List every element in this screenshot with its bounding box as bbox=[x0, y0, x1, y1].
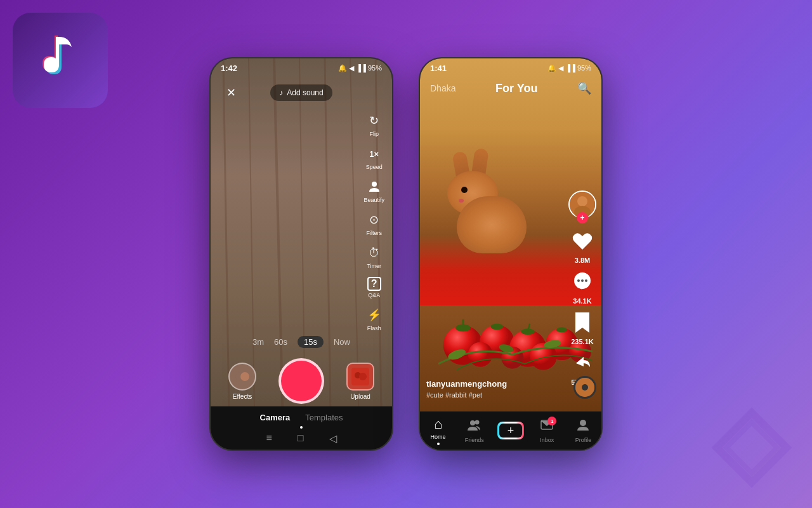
speed-label: Speed bbox=[366, 164, 383, 170]
music-note-icon: ♪ bbox=[279, 88, 283, 97]
menu-icon[interactable]: ≡ bbox=[266, 432, 272, 444]
home-label: Home bbox=[431, 434, 446, 440]
duration-now[interactable]: Now bbox=[334, 337, 350, 347]
flip-label: Flip bbox=[369, 131, 379, 137]
flip-icon: ↻ bbox=[365, 112, 383, 130]
phones-container: 1:42 🔔 ◀ ▐▐ 95% ✕ ♪ Add sound ↻ Flip 1× … bbox=[209, 57, 603, 451]
nav-friends[interactable]: Friends bbox=[456, 418, 492, 443]
camera-actions: Effects Upload bbox=[211, 358, 392, 404]
svg-point-41 bbox=[582, 384, 588, 391]
back-nav-icon[interactable]: ◁ bbox=[329, 432, 337, 444]
beautify-label: Beautify bbox=[363, 197, 384, 203]
feed-actions: + 3.8M bbox=[568, 190, 596, 386]
svg-point-9 bbox=[372, 182, 377, 187]
duration-3m[interactable]: 3m bbox=[252, 337, 264, 347]
timer-control[interactable]: ⏱ Timer bbox=[365, 241, 383, 272]
svg-point-14 bbox=[359, 373, 367, 380]
feed-status-icons: 🔔 ◀ ▐▐ 95% bbox=[547, 64, 591, 72]
comment-count: 34.1K bbox=[573, 297, 591, 305]
duration-60s[interactable]: 60s bbox=[274, 337, 287, 347]
svg-point-24 bbox=[556, 328, 567, 333]
inbox-badge-container: 1 bbox=[540, 418, 554, 436]
inbox-badge: 1 bbox=[547, 417, 556, 425]
feed-phone: 1:41 🔔 ◀ ▐▐ 95% Dhaka For You 🔍 + bbox=[419, 57, 603, 451]
camera-status-bar: 1:42 🔔 ◀ ▐▐ 95% bbox=[211, 58, 392, 76]
duration-selector: 3m 60s 15s Now bbox=[211, 336, 392, 348]
camera-top-bar: ✕ ♪ Add sound bbox=[211, 77, 392, 108]
beautify-control[interactable]: Beautify bbox=[363, 175, 384, 206]
music-avatar bbox=[573, 376, 596, 399]
record-button[interactable] bbox=[278, 358, 324, 404]
qa-control[interactable]: ? Q&A bbox=[367, 274, 381, 301]
nav-create[interactable]: + bbox=[492, 422, 528, 439]
camera-modes: Camera Templates bbox=[260, 413, 343, 422]
bunny-nose bbox=[459, 199, 464, 203]
upload-label: Upload bbox=[350, 393, 370, 400]
plus-icon: + bbox=[508, 424, 514, 438]
speed-icon: 1× bbox=[365, 145, 383, 163]
svg-point-37 bbox=[577, 279, 580, 282]
filters-icon: ⊙ bbox=[365, 211, 383, 229]
friends-label: Friends bbox=[465, 437, 484, 443]
bookmark-icon bbox=[568, 309, 596, 337]
nav-profile[interactable]: Profile bbox=[565, 418, 601, 443]
bunny-eye bbox=[461, 187, 468, 193]
svg-point-38 bbox=[581, 279, 584, 282]
feed-time: 1:41 bbox=[430, 64, 447, 73]
camera-phone: 1:42 🔔 ◀ ▐▐ 95% ✕ ♪ Add sound ↻ Flip 1× … bbox=[209, 57, 393, 451]
svg-point-43 bbox=[475, 420, 479, 425]
templates-mode[interactable]: Templates bbox=[305, 413, 343, 422]
filters-control[interactable]: ⊙ Filters bbox=[365, 208, 383, 239]
filters-label: Filters bbox=[366, 230, 382, 236]
search-icon[interactable]: 🔍 bbox=[577, 81, 591, 95]
share-icon bbox=[568, 349, 596, 377]
camera-mode[interactable]: Camera bbox=[260, 413, 291, 422]
feed-nav-foryou[interactable]: For You bbox=[495, 82, 537, 95]
timer-label: Timer bbox=[367, 263, 381, 269]
svg-point-33 bbox=[577, 196, 587, 206]
speed-control[interactable]: 1× Speed bbox=[365, 142, 383, 173]
upload-button[interactable]: Upload bbox=[346, 363, 374, 400]
create-button[interactable]: + bbox=[497, 422, 524, 439]
feed-top-bar: Dhaka For You 🔍 bbox=[420, 76, 601, 100]
svg-point-45 bbox=[580, 420, 586, 426]
diamond-watermark bbox=[710, 406, 793, 489]
upload-thumbnail bbox=[346, 363, 374, 391]
feed-status-bar: 1:41 🔔 ◀ ▐▐ 95% bbox=[420, 58, 601, 76]
duration-15s[interactable]: 15s bbox=[298, 336, 324, 348]
nav-home[interactable]: ⌂ Home bbox=[420, 416, 456, 445]
close-button[interactable]: ✕ bbox=[221, 83, 241, 103]
effects-label: Effects bbox=[233, 393, 252, 400]
follow-button[interactable]: + bbox=[577, 212, 588, 224]
profile-icon bbox=[576, 418, 590, 436]
beautify-icon bbox=[365, 178, 383, 196]
effects-button[interactable]: Effects bbox=[228, 363, 256, 400]
qa-label: Q&A bbox=[368, 292, 380, 298]
android-nav-camera: ≡ □ ◁ bbox=[266, 429, 336, 446]
svg-point-11 bbox=[240, 372, 249, 381]
add-sound-label: Add sound bbox=[287, 88, 323, 97]
home-icon: ⌂ bbox=[434, 416, 442, 432]
nav-inbox[interactable]: 1 Inbox bbox=[529, 418, 565, 443]
bookmark-action[interactable]: 235.1K bbox=[568, 309, 596, 345]
feed-nav-dhaka[interactable]: Dhaka bbox=[430, 83, 455, 93]
svg-point-42 bbox=[470, 420, 475, 425]
flip-control[interactable]: ↻ Flip bbox=[365, 109, 383, 140]
profile-label: Profile bbox=[575, 437, 592, 443]
flash-control[interactable]: ⚡ Flash bbox=[365, 304, 383, 334]
comment-action[interactable]: 34.1K bbox=[568, 268, 596, 305]
effects-thumbnail bbox=[228, 363, 256, 391]
like-action[interactable]: 3.8M bbox=[568, 227, 596, 264]
feed-android-nav-overlay bbox=[420, 446, 601, 450]
comment-icon bbox=[568, 268, 596, 296]
svg-point-19 bbox=[490, 324, 502, 330]
home-nav-icon[interactable]: □ bbox=[298, 432, 304, 444]
feed-hashtags[interactable]: #cute #rabbit #pet bbox=[426, 391, 507, 399]
camera-bottom: 3m 60s 15s Now Effects bbox=[211, 336, 392, 411]
feed-bottom-info: tianyuanmengchong #cute #rabbit #pet bbox=[426, 379, 507, 399]
add-sound-button[interactable]: ♪ Add sound bbox=[270, 84, 332, 101]
like-count: 3.8M bbox=[575, 257, 590, 264]
camera-status-icons: 🔔 ◀ ▐▐ 95% bbox=[338, 64, 382, 72]
feed-username[interactable]: tianyuanmengchong bbox=[426, 379, 507, 389]
tiktok-logo bbox=[32, 32, 89, 89]
